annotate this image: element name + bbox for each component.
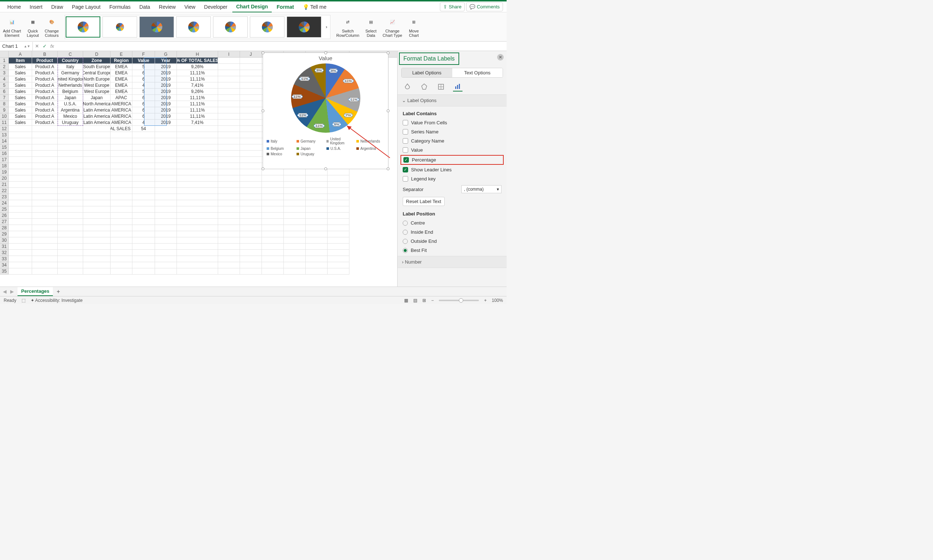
empty-cell[interactable]	[111, 212, 132, 219]
empty-cell[interactable]	[132, 200, 155, 206]
empty-cell[interactable]	[240, 194, 262, 200]
row-header[interactable]: 20	[0, 175, 9, 182]
empty-cell[interactable]	[284, 256, 306, 262]
column-header-J[interactable]: J	[240, 51, 262, 57]
close-pane-button[interactable]: ✕	[497, 54, 504, 60]
empty-cell[interactable]	[9, 243, 32, 250]
ribbon-tab-format[interactable]: Format	[273, 2, 298, 12]
cancel-formula-icon[interactable]: ✕	[35, 43, 39, 49]
empty-cell[interactable]	[32, 138, 58, 145]
empty-cell[interactable]	[262, 212, 284, 219]
empty-cell[interactable]	[218, 138, 240, 145]
table-cell[interactable]: EMEA	[111, 64, 132, 70]
table-cell[interactable]: 9,26%	[177, 89, 218, 95]
empty-cell[interactable]	[284, 169, 306, 175]
row-header[interactable]: 8	[0, 101, 9, 107]
empty-cell[interactable]	[328, 188, 349, 194]
empty-cell[interactable]	[306, 188, 328, 194]
empty-cell[interactable]	[240, 138, 262, 145]
empty-cell[interactable]	[155, 243, 177, 250]
empty-cell[interactable]	[132, 206, 155, 212]
empty-cell[interactable]	[218, 113, 240, 120]
empty-cell[interactable]	[111, 200, 132, 206]
add-chart-element-button[interactable]: 📊 Add Chart Element	[3, 16, 21, 38]
row-header[interactable]: 1	[0, 58, 9, 64]
empty-cell[interactable]	[155, 182, 177, 188]
empty-cell[interactable]	[155, 231, 177, 237]
empty-cell[interactable]	[58, 206, 83, 212]
table-cell[interactable]: Product A	[32, 89, 58, 95]
worksheet-area[interactable]: ABCDEFGHIJKLMN 1ItemProductCountryZoneRe…	[0, 51, 397, 286]
switch-row-column-button[interactable]: ⇄ Switch Row/Column	[336, 16, 359, 38]
empty-cell[interactable]	[32, 126, 58, 132]
tab-label-options[interactable]: Label Options	[402, 68, 452, 77]
empty-cell[interactable]	[218, 243, 240, 250]
table-cell[interactable]: Latin America	[83, 120, 111, 126]
empty-cell[interactable]	[306, 225, 328, 231]
empty-cell[interactable]	[262, 188, 284, 194]
view-page-break-icon[interactable]: ⊞	[422, 298, 426, 303]
fill-line-icon[interactable]	[403, 82, 412, 92]
table-cell[interactable]: Product A	[32, 70, 58, 76]
ribbon-tab-formulas[interactable]: Formulas	[106, 2, 134, 12]
ribbon-tab-draw[interactable]: Draw	[48, 2, 67, 12]
table-cell[interactable]: 11,11%	[177, 101, 218, 107]
table-cell[interactable]: Uruguay	[58, 120, 83, 126]
empty-cell[interactable]	[83, 163, 111, 169]
empty-cell[interactable]	[132, 225, 155, 231]
empty-cell[interactable]	[218, 212, 240, 219]
empty-cell[interactable]	[328, 182, 349, 188]
formula-bar[interactable]: ✕ ✓ fx	[33, 43, 507, 49]
empty-cell[interactable]	[111, 237, 132, 243]
empty-cell[interactable]	[132, 243, 155, 250]
empty-cell[interactable]	[9, 206, 32, 212]
table-cell[interactable]: 2019	[155, 95, 177, 101]
empty-cell[interactable]	[132, 212, 155, 219]
row-header[interactable]: 21	[0, 182, 9, 188]
empty-cell[interactable]	[328, 219, 349, 225]
empty-cell[interactable]	[240, 200, 262, 206]
table-cell[interactable]: 7,41%	[177, 82, 218, 89]
empty-cell[interactable]	[240, 101, 262, 107]
empty-cell[interactable]	[9, 231, 32, 237]
radio-centre[interactable]: Centre	[403, 220, 502, 226]
empty-cell[interactable]	[58, 169, 83, 175]
row-header[interactable]: 13	[0, 132, 9, 138]
empty-cell[interactable]	[262, 225, 284, 231]
separator-select[interactable]: , (comma) ▾	[461, 185, 502, 193]
empty-cell[interactable]	[132, 262, 155, 268]
empty-cell[interactable]	[177, 169, 218, 175]
macro-record-icon[interactable]: ⬚	[22, 298, 26, 303]
empty-cell[interactable]	[83, 268, 111, 275]
empty-cell[interactable]	[218, 120, 240, 126]
empty-cell[interactable]	[111, 188, 132, 194]
radio-inside-end[interactable]: Inside End	[403, 229, 502, 235]
empty-cell[interactable]	[240, 268, 262, 275]
empty-cell[interactable]	[284, 188, 306, 194]
empty-cell[interactable]	[58, 262, 83, 268]
legend-item[interactable]: U.S.A.	[326, 146, 352, 151]
empty-cell[interactable]	[132, 157, 155, 163]
sheet-nav-next-icon[interactable]: ▶	[10, 289, 14, 294]
empty-cell[interactable]	[284, 206, 306, 212]
empty-cell[interactable]	[218, 145, 240, 151]
data-label[interactable]: 11%	[300, 77, 309, 81]
chart-styles-gallery[interactable]: ›	[65, 15, 331, 39]
empty-cell[interactable]	[218, 188, 240, 194]
table-cell[interactable]: Product A	[32, 64, 58, 70]
table-cell[interactable]: United Kingdom	[58, 76, 83, 82]
change-chart-type-button[interactable]: 📈 Change Chart Type	[383, 16, 402, 38]
total-value-cell[interactable]: 54	[132, 126, 155, 132]
label-options-icon[interactable]	[453, 82, 462, 92]
empty-cell[interactable]	[32, 145, 58, 151]
table-cell[interactable]: Central Europe	[83, 70, 111, 76]
legend-item[interactable]: Argentina	[356, 146, 382, 151]
empty-cell[interactable]	[58, 231, 83, 237]
empty-cell[interactable]	[155, 175, 177, 182]
empty-cell[interactable]	[328, 169, 349, 175]
legend-item[interactable]: Japan	[297, 146, 322, 151]
empty-cell[interactable]	[177, 194, 218, 200]
table-cell[interactable]: Product A	[32, 101, 58, 107]
empty-cell[interactable]	[83, 212, 111, 219]
row-header[interactable]: 34	[0, 262, 9, 268]
